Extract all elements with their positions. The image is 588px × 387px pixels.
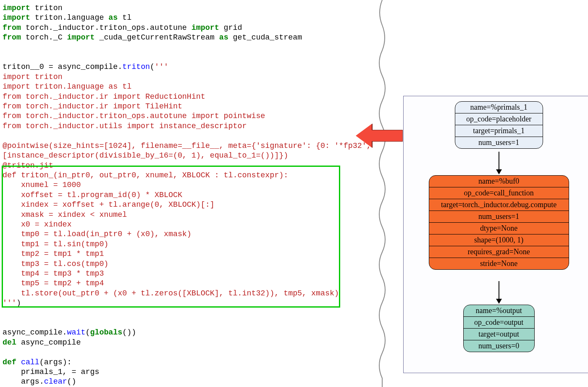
arrowhead-icon [496,169,502,174]
node-row: num_users=1 [455,137,543,148]
graph-side: name=%primals_1 op_code=placeholder targ… [391,0,588,387]
figure-root: import triton import triton.language as … [0,0,588,387]
node-row: requires_grad=None [429,246,569,258]
graph-node-primals: name=%primals_1 op_code=placeholder targ… [455,101,543,149]
node-row: shape=(1000, 1) [429,234,569,246]
torn-edge [374,0,391,387]
code-panel: import triton import triton.language as … [0,0,374,387]
node-row: num_users=1 [429,211,569,222]
graph-node-buf0: name=%buf0 op_code=call_function target=… [429,175,569,270]
node-row: op_code=placeholder [455,113,543,125]
node-row: target=primals_1 [455,125,543,137]
node-row: num_users=0 [464,340,534,352]
node-row: op_code=call_function [429,187,569,199]
node-row: stride=None [429,258,569,269]
node-row: name=%primals_1 [455,102,543,113]
mod-triton: triton [35,4,63,12]
node-row: name=%output [464,305,534,316]
graph-node-output: name=%output op_code=output target=outpu… [463,305,535,352]
kw-import: import [3,4,30,12]
node-row: target=torch._inductor.debug.compute [429,199,569,211]
node-row: op_code=output [464,316,534,328]
edge-arrow [499,281,499,299]
edge-arrow [499,152,499,169]
arrowhead-icon [496,299,502,304]
node-row: target=output [464,328,534,340]
graph-panel: name=%primals_1 op_code=placeholder targ… [403,96,588,373]
node-row: name=%buf0 [429,176,569,187]
node-row: dtype=None [429,222,569,234]
code-block: import triton import triton.language as … [3,3,371,387]
